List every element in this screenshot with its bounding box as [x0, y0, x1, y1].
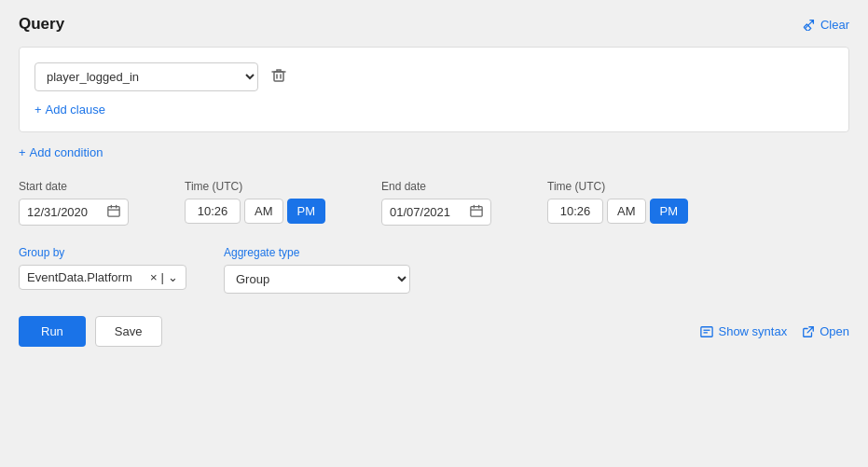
group-by-input-wrap: EventData.Platform × | ⌄ — [19, 265, 186, 290]
run-button[interactable]: Run — [19, 316, 86, 347]
start-time-controls: AM PM — [185, 199, 325, 224]
footer: Run Save Show syntax Open — [19, 316, 849, 347]
svg-rect-3 — [108, 207, 119, 217]
group-by-clear-icon[interactable]: × — [150, 270, 158, 284]
delete-clause-button[interactable] — [268, 64, 290, 89]
start-date-calendar-icon[interactable] — [107, 204, 120, 220]
add-condition-button[interactable]: + Add condition — [19, 145, 103, 159]
start-time-group: Time (UTC) AM PM — [185, 180, 325, 226]
group-by-label: Group by — [19, 246, 186, 259]
datetime-section: Start date Time (UTC) — [19, 180, 849, 226]
group-by-controls: × | ⌄ — [150, 270, 178, 284]
end-date-input-wrap — [381, 199, 491, 226]
page-title: Query — [19, 15, 64, 34]
trash-icon — [271, 68, 286, 83]
open-label: Open — [820, 324, 849, 338]
query-box: player_logged_in player_logged_out playe… — [19, 47, 849, 132]
end-date-group: End date — [381, 180, 491, 226]
end-pm-button[interactable]: PM — [650, 199, 689, 224]
clause-row: player_logged_in player_logged_out playe… — [34, 62, 834, 91]
add-clause-label: Add clause — [46, 103, 105, 117]
start-time-input[interactable] — [185, 199, 241, 224]
aggregate-section: Aggregate type Group Sum Average Count — [224, 246, 410, 294]
save-button[interactable]: Save — [95, 316, 162, 347]
end-time-controls: AM PM — [547, 199, 688, 224]
start-date-controls — [19, 199, 129, 226]
footer-left: Run Save — [19, 316, 162, 347]
add-condition-plus: + — [19, 145, 26, 159]
clear-button[interactable]: Clear — [803, 18, 849, 32]
aggregate-label: Aggregate type — [224, 246, 410, 259]
query-page: Query Clear player_logged_in player_logg… — [0, 0, 868, 467]
add-clause-button[interactable]: + Add clause — [34, 103, 105, 117]
clear-label: Clear — [820, 18, 849, 32]
end-date-label: End date — [381, 180, 491, 193]
footer-right: Show syntax Open — [700, 324, 849, 338]
start-time-label: Time (UTC) — [185, 180, 325, 193]
start-pm-button[interactable]: PM — [287, 199, 326, 224]
add-clause-plus: + — [34, 103, 42, 117]
event-select[interactable]: player_logged_in player_logged_out playe… — [34, 62, 258, 91]
end-date-calendar-icon[interactable] — [470, 204, 483, 220]
end-date-controls — [381, 199, 491, 226]
show-syntax-button[interactable]: Show syntax — [700, 324, 787, 338]
end-time-label: Time (UTC) — [547, 180, 688, 193]
svg-rect-11 — [701, 326, 712, 337]
start-date-input[interactable] — [27, 205, 102, 219]
start-date-label: Start date — [19, 180, 129, 193]
bottom-section: Group by EventData.Platform × | ⌄ Aggreg… — [19, 246, 849, 294]
end-date-input[interactable] — [390, 205, 464, 219]
group-by-chevron-icon[interactable]: ⌄ — [168, 270, 178, 284]
aggregate-select[interactable]: Group Sum Average Count — [224, 265, 410, 294]
open-icon — [802, 325, 815, 338]
show-syntax-icon — [700, 325, 713, 338]
page-header: Query Clear — [19, 15, 849, 34]
end-time-group: Time (UTC) AM PM — [547, 180, 688, 226]
open-button[interactable]: Open — [802, 324, 849, 338]
end-am-button[interactable]: AM — [607, 199, 646, 224]
group-by-divider: | — [161, 270, 164, 284]
svg-rect-0 — [274, 72, 283, 81]
add-condition-label: Add condition — [30, 145, 103, 159]
show-syntax-label: Show syntax — [718, 324, 787, 338]
group-by-section: Group by EventData.Platform × | ⌄ — [19, 246, 186, 294]
svg-rect-7 — [471, 207, 482, 217]
start-date-input-wrap — [19, 199, 129, 226]
group-by-value: EventData.Platform — [27, 270, 145, 284]
start-date-group: Start date — [19, 180, 129, 226]
start-am-button[interactable]: AM — [244, 199, 283, 224]
end-time-input[interactable] — [547, 199, 603, 224]
clear-icon — [803, 18, 816, 31]
